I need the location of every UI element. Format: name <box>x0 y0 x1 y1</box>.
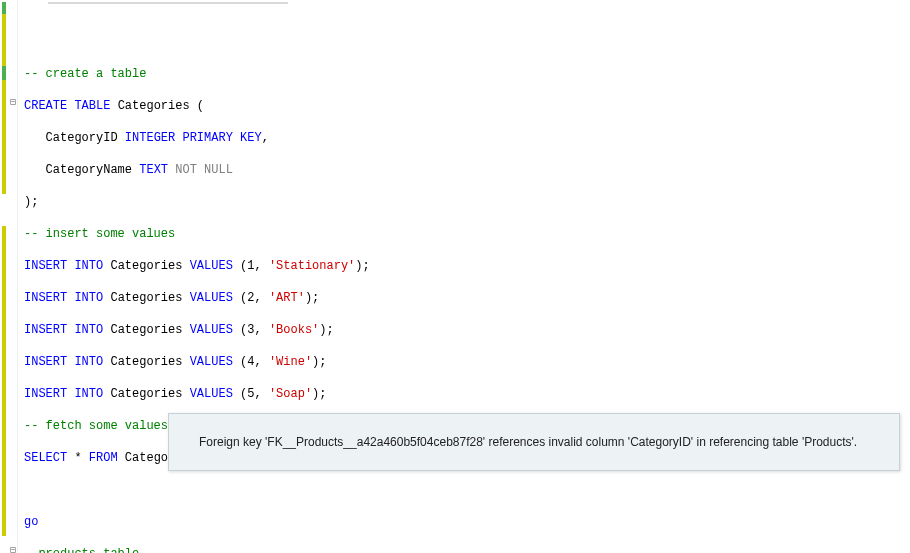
kw-select: SELECT <box>24 451 67 465</box>
kw-insert: INSERT <box>24 259 67 273</box>
kw-go: go <box>24 515 38 529</box>
code-area[interactable]: -- create a table ⊟CREATE TABLE Categori… <box>18 0 910 553</box>
error-message: Foreign key 'FK__Products__a42a460b5f04c… <box>199 435 857 449</box>
kw-create: CREATE <box>24 99 67 113</box>
kw: KEY <box>240 131 262 145</box>
editor-gutter <box>0 0 18 553</box>
error-tooltip: Foreign key 'FK__Products__a42a460b5f04c… <box>168 413 900 471</box>
fold-icon[interactable]: ⊟ <box>10 546 20 553</box>
paren: ( <box>197 99 204 113</box>
kw: PRIMARY <box>182 131 232 145</box>
kw-table: TABLE <box>74 99 110 113</box>
type: INTEGER <box>125 131 175 145</box>
kw-values: VALUES <box>190 259 233 273</box>
kw-from: FROM <box>89 451 118 465</box>
ident: Categories <box>110 259 182 273</box>
comment: -- fetch some values <box>24 419 168 433</box>
type: TEXT <box>139 163 168 177</box>
col-name: CategoryName <box>46 163 132 177</box>
caret-highlight <box>48 2 288 4</box>
comment: --products table <box>24 547 139 553</box>
string: 'Stationary' <box>269 259 355 273</box>
paren: ); <box>24 195 38 209</box>
ident: Categories <box>118 99 190 113</box>
kw-null: NULL <box>204 163 233 177</box>
col-name: CategoryID <box>46 131 118 145</box>
kw-into: INTO <box>74 259 103 273</box>
comment: -- insert some values <box>24 227 175 241</box>
fold-icon[interactable]: ⊟ <box>10 98 20 108</box>
code-editor[interactable]: -- create a table ⊟CREATE TABLE Categori… <box>0 0 910 553</box>
kw-not: NOT <box>175 163 197 177</box>
comment: -- create a table <box>24 67 146 81</box>
